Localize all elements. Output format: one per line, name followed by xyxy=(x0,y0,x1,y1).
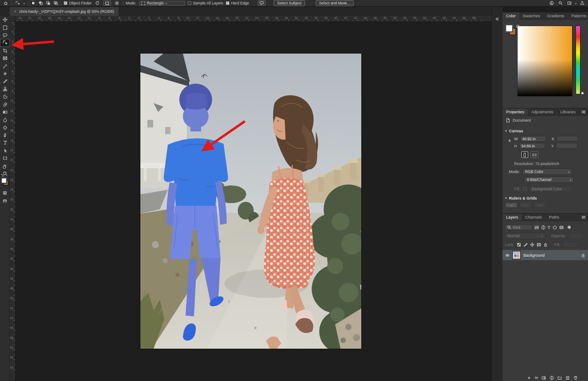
canvas-section-header[interactable]: ▾ Canvas xyxy=(505,129,523,133)
width-field[interactable]: 40.92 in xyxy=(520,136,546,142)
pen-tool[interactable] xyxy=(0,131,10,139)
tab-patterns[interactable]: Patterns xyxy=(568,12,588,19)
layer-effects-icon[interactable]: fx xyxy=(535,376,538,380)
layer-group-icon[interactable] xyxy=(557,376,562,380)
clone-stamp-tool[interactable] xyxy=(0,85,10,93)
guides-toggle-button[interactable]: –– xyxy=(534,203,545,207)
fill-checkbox[interactable] xyxy=(523,187,526,191)
tab-paths[interactable]: Paths xyxy=(545,214,563,221)
frame-tool[interactable] xyxy=(0,54,10,62)
link-layers-icon[interactable] xyxy=(527,376,531,380)
select-and-mask-button[interactable]: Select and Mask... xyxy=(316,0,354,6)
search-icon[interactable] xyxy=(557,0,564,6)
foreground-color-swatch[interactable] xyxy=(1,178,7,183)
tool-preset-icon[interactable] xyxy=(15,0,21,6)
panel-menu-icon[interactable] xyxy=(581,214,588,221)
ruler-horizontal[interactable]: 2624222018161412108642024681012141618202… xyxy=(10,16,491,22)
hue-slider-marker[interactable] xyxy=(581,92,584,94)
layer-fill-field[interactable] xyxy=(563,242,578,247)
new-selection-button[interactable] xyxy=(31,1,35,6)
close-icon[interactable]: × xyxy=(14,9,16,14)
layer-mask-icon[interactable] xyxy=(542,376,546,380)
add-selection-button[interactable] xyxy=(38,1,43,6)
lock-transparency-icon[interactable] xyxy=(517,242,521,247)
lasso-tool[interactable] xyxy=(0,31,10,39)
feedback-icon[interactable] xyxy=(258,0,266,6)
link-dimensions-icon[interactable] xyxy=(507,139,512,143)
filter-image-icon[interactable] xyxy=(534,225,539,230)
screen-mode-button[interactable] xyxy=(0,197,10,204)
expand-panels-icon[interactable] xyxy=(495,17,499,21)
hard-edge-checkbox[interactable]: ✓ Hard Edge xyxy=(226,1,249,5)
tab-properties[interactable]: Properties xyxy=(503,108,528,115)
show-all-objects-icon[interactable] xyxy=(103,0,111,6)
select-subject-button[interactable]: Select Subject xyxy=(274,0,305,6)
tab-swatches[interactable]: Swatches xyxy=(519,12,544,19)
mode-dropdown[interactable]: Rectangle ▾ xyxy=(139,1,185,6)
filter-smart-object-icon[interactable] xyxy=(559,225,564,230)
gear-icon[interactable] xyxy=(114,0,120,6)
refresh-icon[interactable] xyxy=(94,0,101,6)
canvas-photo[interactable] xyxy=(140,54,361,349)
eyedropper-tool[interactable] xyxy=(0,62,10,69)
tab-layers[interactable]: Layers xyxy=(503,214,522,221)
intersect-selection-button[interactable] xyxy=(53,1,58,6)
lock-artboard-icon[interactable] xyxy=(537,242,541,247)
lock-pixels-icon[interactable] xyxy=(523,242,528,247)
ruler-vertical[interactable]: 6420246810121416182022242628303234363840… xyxy=(10,22,15,381)
object-selection-tool[interactable] xyxy=(0,39,10,46)
fill-color-dropdown[interactable]: Background Color xyxy=(529,186,572,192)
workspace-icon[interactable] xyxy=(566,0,573,6)
delete-layer-icon[interactable] xyxy=(573,376,578,380)
gradient-tool[interactable] xyxy=(0,108,10,116)
foreground-background-colors[interactable] xyxy=(1,173,9,187)
ruler-toggle-button[interactable]: –– xyxy=(506,203,517,207)
eraser-tool[interactable] xyxy=(0,100,10,108)
sample-all-layers-checkbox[interactable]: Sample All Layers xyxy=(188,1,223,5)
lock-position-icon[interactable] xyxy=(530,242,534,247)
filter-type-icon[interactable]: T xyxy=(548,225,550,230)
landscape-orientation-button[interactable] xyxy=(530,151,538,158)
path-select-tool[interactable] xyxy=(0,147,10,154)
portrait-orientation-button[interactable] xyxy=(521,151,528,158)
home-icon[interactable] xyxy=(3,0,9,6)
opacity-field[interactable] xyxy=(568,233,584,239)
adjustment-layer-icon[interactable] xyxy=(549,376,554,380)
brush-tool[interactable] xyxy=(0,77,10,85)
layer-row-background[interactable]: Background xyxy=(503,250,588,260)
healing-brush-tool[interactable] xyxy=(0,70,10,77)
crop-tool[interactable] xyxy=(0,47,10,54)
blur-tool[interactable] xyxy=(0,116,10,123)
grid-toggle-button[interactable]: –– xyxy=(520,203,531,207)
rulers-grids-section-header[interactable]: ▾ Rulers & Grids xyxy=(505,196,537,200)
type-tool[interactable] xyxy=(0,139,10,146)
document-tab[interactable]: × chris-hardy-_VIDPYQXrdY-unsplash.jpg @… xyxy=(10,7,119,16)
filter-toggle-icon[interactable] xyxy=(568,226,571,229)
move-tool[interactable] xyxy=(0,16,10,23)
layer-search-box[interactable]: Kind xyxy=(505,224,532,230)
y-field[interactable] xyxy=(556,143,577,149)
panel-menu-icon[interactable] xyxy=(581,108,588,115)
chevron-down-icon[interactable]: ▾ xyxy=(575,2,576,5)
color-mode-dropdown[interactable]: RGB Color ▾ xyxy=(522,169,572,175)
dodge-tool[interactable] xyxy=(0,123,10,131)
shape-tool[interactable] xyxy=(0,154,10,162)
tab-gradients[interactable]: Gradients xyxy=(544,12,568,19)
share-icon[interactable] xyxy=(579,0,585,6)
height-field[interactable]: 54.66 in xyxy=(519,143,545,149)
eye-icon[interactable] xyxy=(505,253,510,258)
color-proxy-swatches[interactable] xyxy=(506,25,517,36)
foreground-color-swatch[interactable] xyxy=(506,25,513,32)
x-field[interactable] xyxy=(557,136,578,142)
hue-slider[interactable] xyxy=(576,26,580,94)
tab-color[interactable]: Color xyxy=(503,12,519,19)
help-icon[interactable] xyxy=(549,0,555,6)
chevron-down-icon[interactable]: ▾ xyxy=(23,2,25,5)
saturation-brightness-field[interactable] xyxy=(517,26,573,96)
bit-depth-dropdown[interactable]: 8 Bits/Channel ▾ xyxy=(524,177,574,183)
tab-libraries[interactable]: Libraries xyxy=(557,108,580,115)
lock-all-icon[interactable] xyxy=(543,242,548,247)
layer-thumbnail[interactable] xyxy=(512,251,521,259)
canvas-area[interactable] xyxy=(15,22,491,381)
default-colors-icon[interactable] xyxy=(1,173,4,177)
